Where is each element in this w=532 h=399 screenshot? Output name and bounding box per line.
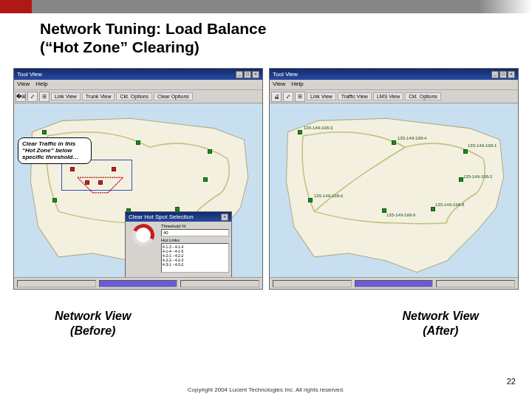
tool-icon[interactable]: �⊞ [16,92,26,102]
node-label: 135-149-198-2 [463,174,492,179]
dialog-title: Clear Hot Spot Selection [129,214,194,220]
tool-icon[interactable]: ☰ [295,92,305,102]
hotlinks-label: Hot Links [161,238,229,242]
toolbar-ckt-options[interactable]: Ckt. Options [405,92,441,100]
before-window: Tool View _ □ × View Help �⊞ ⤢ ☰ Link Vi… [13,68,263,290]
dialog-titlebar: Clear Hot Spot Selection × [126,212,231,222]
window-title: Tool View [273,71,298,78]
close-icon[interactable]: × [252,71,259,78]
us-map-svg [273,109,515,277]
tool-icon[interactable]: ☰ [39,92,50,102]
toolbar-trunk-view[interactable]: Trunk View [82,92,115,100]
statusbar [14,277,262,289]
hot-node[interactable] [85,180,89,185]
node-la[interactable] [308,198,313,202]
status-seg [180,280,259,287]
node-label: 135-149-198-6 [314,194,343,198]
dialog-body: Threshold % 40 Hot Links 4-1-3→4-1-4 4-1… [126,222,231,277]
threshold-input[interactable]: 40 [161,229,229,236]
status-seg [436,280,515,287]
node-chicago[interactable] [136,140,140,145]
toolbar-traffic-view[interactable]: Traffic View [338,92,372,100]
view-labels-row: Network View (Before) Network View (Afte… [0,290,532,337]
status-progress [99,280,178,287]
list-item[interactable]: 4-3-1→4-3-2 [163,262,228,267]
dialog-form: Threshold % 40 Hot Links 4-1-3→4-1-4 4-1… [161,224,229,277]
toolbar-ckt-options[interactable]: Ckt. Options [116,92,152,100]
window-titlebar: Tool View _ □ × [270,69,518,80]
hot-node[interactable] [112,167,116,171]
node-seattle[interactable] [42,130,47,134]
after-window: Tool View _ □ × View Help 🖨 ⤢ ☰ Link Vie… [269,68,519,290]
node-la[interactable] [52,198,57,202]
maximize-icon[interactable]: □ [499,71,507,78]
tool-icon[interactable]: 🖨 [271,92,282,102]
map-area-after[interactable]: 135-149-198-3 135-149-198-6 135-149-198-… [270,103,518,277]
window-controls: _ □ × [491,71,515,78]
menu-help[interactable]: Help [291,81,303,89]
before-label: Network View (Before) [55,309,131,337]
maximize-icon[interactable]: □ [244,71,251,78]
window-titlebar: Tool View _ □ × [14,69,262,80]
node-label: 135-149-198-8 [435,202,464,207]
hotlinks-list[interactable]: 4-1-3→4-1-4 4-1-4→4-1-5 4-2-1→4-2-2 4-2-… [161,243,229,273]
toolbar-lms-view[interactable]: LMS View [373,92,403,100]
node-ny[interactable] [208,149,212,154]
node-label: 135-149-198-1 [468,143,497,148]
menu-help[interactable]: Help [35,81,47,89]
tool-icon[interactable]: ⤢ [27,92,38,102]
map-area-before[interactable]: Clear Hot Spot Selection × Threshold % 4… [14,103,262,277]
hot-node[interactable] [70,167,75,171]
minimize-icon[interactable]: _ [491,71,499,78]
slide-top-bar [0,0,532,13]
after-label-text: Network View (After) [403,310,479,336]
before-label-text: Network View (Before) [55,310,131,336]
node-dc[interactable] [203,177,208,182]
slide-title: Network Tuning: Load Balance (“Hot Zone”… [0,13,532,56]
menu-view[interactable]: View [17,81,30,89]
hotlinks-field: Hot Links 4-1-3→4-1-4 4-1-4→4-1-5 4-2-1→… [161,238,229,273]
menubar: View Help [14,80,262,90]
close-icon[interactable]: × [508,71,515,78]
minimize-icon[interactable]: _ [236,71,243,78]
node-label: 135-149-198-4 [398,136,426,140]
toolbar-link-view[interactable]: Link View [307,92,336,100]
dialog-gauge-col [128,224,159,277]
close-icon[interactable]: × [221,214,228,221]
statusbar [270,277,518,289]
status-seg [17,280,96,287]
toolbar-link-view[interactable]: Link View [51,92,81,100]
panels-row: Tool View _ □ × View Help �⊞ ⤢ ☰ Link Vi… [0,56,532,290]
toolbar: 🖨 ⤢ ☰ Link View Traffic View LMS View Ck… [270,90,518,103]
threshold-field: Threshold % 40 [161,224,229,236]
window-title: Tool View [17,71,42,78]
hotzone-callout: Clear Traffic in this “Hot Zone” below s… [18,137,92,164]
hot-node[interactable] [98,180,103,185]
toolbar: �⊞ ⤢ ☰ Link View Trunk View Ckt. Options… [14,90,262,103]
menubar: View Help [270,80,518,90]
toolbar-clear-options[interactable]: Clear Options [154,92,193,100]
node-ny[interactable] [463,149,468,154]
node-seattle[interactable] [298,130,302,134]
gauge-icon [129,221,157,249]
node-label: 135-149-198-3 [304,126,332,130]
tool-icon[interactable]: ⤢ [283,92,293,102]
copyright-footer: Copyright 2004 Lucent Technologies Inc. … [0,386,532,393]
threshold-label: Threshold % [161,224,229,228]
window-controls: _ □ × [236,71,259,78]
status-seg [273,280,352,287]
node-atlanta[interactable] [431,207,435,211]
page-number: 22 [507,377,516,386]
menu-view[interactable]: View [273,81,285,89]
after-label: Network View (After) [403,309,479,337]
status-progress [355,280,434,287]
title-line-2: (“Hot Zone” Clearing) [40,38,532,56]
node-label: 135-149-198-9 [386,213,415,217]
clear-hotspot-dialog: Clear Hot Spot Selection × Threshold % 4… [125,211,232,277]
title-line-1: Network Tuning: Load Balance [40,19,532,38]
node-chicago[interactable] [392,140,396,145]
